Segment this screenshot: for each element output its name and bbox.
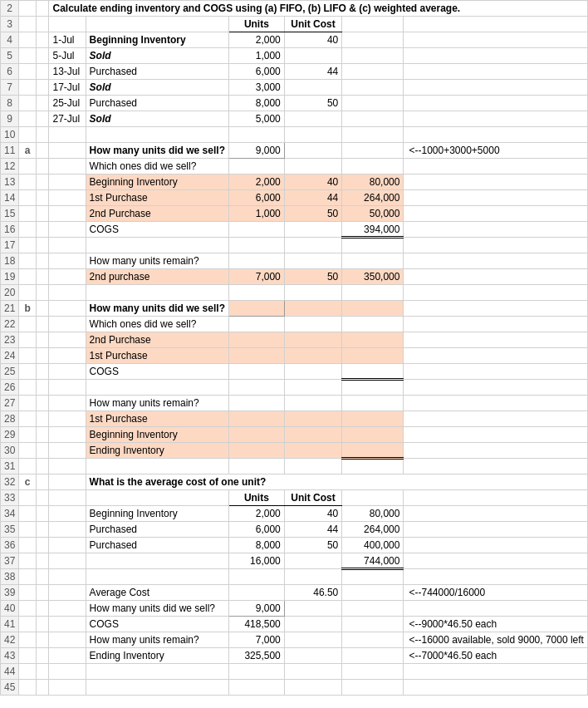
item-label xyxy=(86,490,228,506)
spacer-col xyxy=(36,632,49,648)
unit-cost-cell xyxy=(284,443,341,459)
section-letter xyxy=(19,32,37,48)
row-number: 5 xyxy=(1,48,19,64)
row-number: 43 xyxy=(1,648,19,664)
spreadsheet: 2Calculate ending inventory and COGS usi… xyxy=(0,0,588,696)
row-number: 18 xyxy=(1,253,19,269)
total-cell xyxy=(342,332,404,348)
unit-cost-cell xyxy=(284,238,341,253)
row-number: 3 xyxy=(1,17,19,32)
total-cell xyxy=(342,364,404,380)
spacer-col xyxy=(36,159,49,175)
row-number: 19 xyxy=(1,269,19,285)
units-cell[interactable] xyxy=(228,301,284,317)
date-cell xyxy=(49,190,86,206)
spacer-col xyxy=(36,585,49,601)
row-number: 28 xyxy=(1,411,19,427)
table-row: 34Beginning Inventory2,0004080,000 xyxy=(1,506,588,522)
spacer-col xyxy=(36,222,49,238)
total-cell xyxy=(342,648,404,664)
row-number: 36 xyxy=(1,538,19,553)
item-label xyxy=(86,17,228,32)
total-cell xyxy=(342,632,404,648)
row-number: 34 xyxy=(1,506,19,522)
date-cell xyxy=(49,680,86,696)
section-letter xyxy=(19,364,37,380)
item-label xyxy=(86,680,228,696)
spacer-col xyxy=(36,348,49,364)
notes-cell xyxy=(404,506,588,522)
section-letter xyxy=(19,64,37,80)
item-label: COGS xyxy=(86,617,228,632)
row-number: 39 xyxy=(1,585,19,601)
unit-cost-cell xyxy=(284,48,341,64)
units-cell xyxy=(228,380,284,396)
spacer-col xyxy=(36,317,49,332)
date-cell: 13-Jul xyxy=(49,64,86,80)
units-cell xyxy=(228,364,284,380)
date-cell xyxy=(49,648,86,664)
units-cell[interactable]: 9,000 xyxy=(228,601,284,617)
section-letter xyxy=(19,396,37,411)
total-cell xyxy=(342,32,404,48)
total-cell: 744,000 xyxy=(342,553,404,569)
units-cell xyxy=(228,585,284,601)
table-row: 2Calculate ending inventory and COGS usi… xyxy=(1,1,588,17)
units-cell[interactable]: 9,000 xyxy=(228,143,284,159)
date-cell xyxy=(49,206,86,222)
total-cell: 50,000 xyxy=(342,206,404,222)
date-cell xyxy=(49,285,86,301)
unit-cost-cell xyxy=(284,632,341,648)
notes-cell: <--744000/16000 xyxy=(404,585,588,601)
total-cell xyxy=(342,490,404,506)
notes-cell: <--7000*46.50 each xyxy=(404,648,588,664)
item-label: 1st Purchase xyxy=(86,190,228,206)
row-number: 30 xyxy=(1,443,19,459)
item-label: 2nd Purchase xyxy=(86,332,228,348)
table-row: 18How many units remain? xyxy=(1,253,588,269)
date-cell xyxy=(49,443,86,459)
spacer-col xyxy=(36,253,49,269)
notes-cell xyxy=(404,253,588,269)
unit-cost-cell xyxy=(284,601,341,617)
units-cell xyxy=(228,332,284,348)
section-letter xyxy=(19,427,37,443)
item-label: COGS xyxy=(86,222,228,238)
table-row: 38 xyxy=(1,569,588,585)
item-label: 1st Purchase xyxy=(86,348,228,364)
table-row: 20 xyxy=(1,285,588,301)
units-cell: 8,000 xyxy=(228,538,284,553)
spacer-col xyxy=(36,111,49,127)
date-cell: 25-Jul xyxy=(49,96,86,111)
notes-cell xyxy=(404,538,588,553)
total-cell xyxy=(342,253,404,269)
units-cell: 8,000 xyxy=(228,96,284,111)
units-cell xyxy=(228,253,284,269)
section-letter: c xyxy=(19,474,37,490)
table-row: 11aHow many units did we sell?9,000<--10… xyxy=(1,143,588,159)
row-number: 31 xyxy=(1,459,19,474)
item-label: Sold xyxy=(86,80,228,96)
total-cell xyxy=(342,459,404,474)
unit-cost-cell xyxy=(284,380,341,396)
total-cell xyxy=(342,411,404,427)
date-cell xyxy=(49,538,86,553)
units-cell xyxy=(228,443,284,459)
date-cell xyxy=(49,253,86,269)
notes-cell xyxy=(404,206,588,222)
row-number: 2 xyxy=(1,1,19,17)
table-row: 36Purchased8,00050400,000 xyxy=(1,538,588,553)
item-label xyxy=(86,553,228,569)
row-number: 41 xyxy=(1,617,19,632)
date-cell xyxy=(49,269,86,285)
unit-cost-cell xyxy=(284,348,341,364)
table-row: 39Average Cost46.50<--744000/16000 xyxy=(1,585,588,601)
notes-cell: <--16000 available, sold 9000, 7000 left xyxy=(404,632,588,648)
item-label: Beginning Inventory xyxy=(86,32,228,48)
section-letter xyxy=(19,490,37,506)
row-number: 27 xyxy=(1,396,19,411)
units-cell: 325,500 xyxy=(228,648,284,664)
row-number: 29 xyxy=(1,427,19,443)
table-row: 10 xyxy=(1,127,588,143)
item-label: Sold xyxy=(86,111,228,127)
